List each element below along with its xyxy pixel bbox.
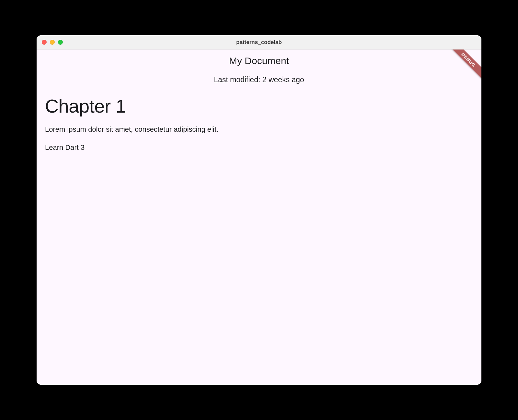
close-button[interactable] xyxy=(42,40,47,45)
maximize-button[interactable] xyxy=(58,40,63,45)
paragraph-text: Lorem ipsum dolor sit amet, consectetur … xyxy=(45,125,473,134)
window-title: patterns_codelab xyxy=(37,39,481,46)
checkbox-item: Learn Dart 3 xyxy=(45,143,473,152)
page-title: My Document xyxy=(37,50,481,66)
chapter-heading: Chapter 1 xyxy=(45,95,473,117)
document-body: Chapter 1 Lorem ipsum dolor sit amet, co… xyxy=(37,84,481,152)
titlebar: patterns_codelab xyxy=(37,35,481,50)
last-modified-text: Last modified: 2 weeks ago xyxy=(37,66,481,84)
app-content: DEBUG My Document Last modified: 2 weeks… xyxy=(37,50,481,385)
app-window: patterns_codelab DEBUG My Document Last … xyxy=(37,35,481,385)
minimize-button[interactable] xyxy=(50,40,55,45)
traffic-lights xyxy=(42,40,63,45)
